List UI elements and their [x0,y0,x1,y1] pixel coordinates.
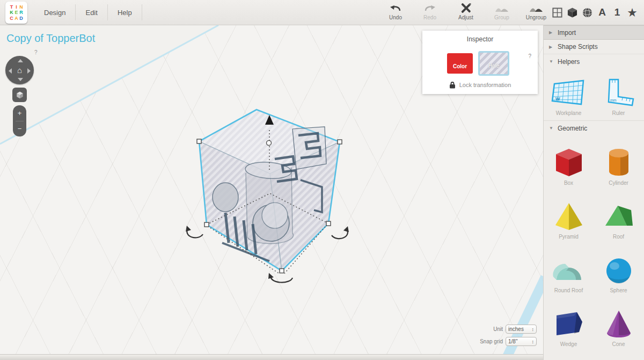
section-header-geometric[interactable]: ▼ Geometric [544,121,644,135]
menu-row: Design Edit Help [34,0,142,25]
svg-text:mm: mm [610,98,617,102]
logo-letter: R [19,10,24,15]
logo-letter: A [14,16,19,21]
adjust-icon [459,2,472,14]
inspector-help-glyph[interactable]: ? [528,53,531,59]
pattern-sphere-icon[interactable] [581,6,594,19]
shape-sphere[interactable]: Sphere [594,243,643,297]
wedge-shape-icon [552,307,586,340]
zoom-controls: + − [13,105,26,136]
cylinder-shape-icon [602,146,635,179]
shape-label: Round Roof [554,287,583,293]
logo-letter: N [19,4,24,10]
section-header-import[interactable]: ▶ Import [544,25,644,40]
shape-label: Cone [612,341,625,347]
shape-label: Sphere [610,287,627,293]
number-shapes-icon[interactable]: 1 [611,6,624,19]
cone-shape-icon [602,307,635,340]
home-view-icon[interactable]: ⌂ [17,65,22,74]
logo-letter: E [14,10,19,15]
favorites-star-icon[interactable]: ★ [626,6,639,19]
color-swatch-button[interactable]: Color [447,53,473,74]
solid-shapes-cube-icon[interactable] [566,6,579,19]
adjust-button[interactable]: Adjust [451,2,481,24]
helpers-shelf: W Workplane mm Ruler [544,69,644,118]
redo-label: Redo [423,15,436,20]
unit-select[interactable]: inches ↕ [506,325,537,334]
undo-label: Undo [389,15,402,20]
chevron-down-icon: ▼ [549,126,553,131]
tinkercad-logo[interactable]: T I N K E R C A D [5,2,27,24]
hole-swatch-button-selected[interactable]: Hole [478,51,509,76]
top-menubar: T I N K E R C A D Design Edit Help [0,0,644,25]
menu-edit[interactable]: Edit [76,0,107,25]
nav-help-glyph[interactable]: ? [34,49,38,55]
chevron-right-icon: ▶ [549,45,553,49]
fit-view-cube-icon [16,91,24,99]
lock-transformation-label: Lock transformation [459,82,511,88]
unit-value: inches [508,326,524,332]
section-header-shape-scripts[interactable]: ▶ Shape Scripts [544,40,644,54]
units-controls: Unit inches ↕ Snap grid 1/8" ↕ [459,325,537,349]
fit-view-button[interactable] [12,88,27,102]
group-icon [495,2,509,14]
select-caret-icon: ↕ [532,327,535,332]
shape-label: Roof [613,234,624,240]
rotate-left-arrow[interactable] [9,68,12,74]
shape-pyramid[interactable]: Pyramid [544,189,594,243]
design-title[interactable]: Copy of TopperBot [6,32,95,45]
geometric-shapes-grid: Box Cylinder Pyramid [544,135,644,350]
section-label: Import [558,29,576,37]
section-label: Shape Scripts [558,43,598,51]
shape-box[interactable]: Box [544,135,594,189]
shape-palette-tabs: A 1 ★ [548,0,641,25]
round-roof-shape-icon [552,253,586,286]
shape-cylinder[interactable]: Cylinder [594,135,643,189]
workplane-icon: W [551,77,587,109]
logo-letter: T [9,4,14,10]
shape-wedge[interactable]: Wedge [544,297,594,350]
view-navigation-pad[interactable]: ⌂ [5,56,34,84]
rotate-down-arrow[interactable] [18,78,23,81]
undo-button[interactable]: Undo [382,2,409,24]
redo-button[interactable]: Redo [416,2,443,24]
zoom-in-button[interactable]: + [13,105,26,121]
text-shapes-icon[interactable]: A [596,6,609,19]
logo-letter: D [19,16,24,21]
rotate-up-arrow[interactable] [18,59,23,62]
lock-transformation-row[interactable]: Lock transformation [422,81,538,89]
menu-design[interactable]: Design [34,0,75,25]
canvas-bottom-edge [0,354,543,360]
helper-workplane[interactable]: W Workplane [544,69,594,118]
ruler-icon: mm [602,77,635,109]
group-label: Group [494,15,509,20]
menu-separator [142,4,142,20]
menu-help[interactable]: Help [108,0,142,25]
shape-roof[interactable]: Roof [594,189,643,243]
lock-icon [449,81,456,89]
select-caret-icon: ↕ [532,339,535,344]
zoom-out-button[interactable]: − [13,121,26,137]
tinkercad-app: T I N K E R C A D Design Edit Help [0,0,644,360]
roof-shape-icon [602,199,635,233]
unit-label: Unit [493,326,503,332]
section-label: Geometric [558,125,587,132]
snap-grid-select[interactable]: 1/8" ↕ [506,337,537,346]
logo-letter: K [9,10,14,15]
svg-text:W: W [555,96,560,102]
edit-toolbar: Undo Redo A [382,2,550,24]
workplane-grid-icon[interactable] [551,6,564,19]
shape-cone[interactable]: Cone [594,297,643,350]
helper-ruler[interactable]: mm Ruler [594,69,643,118]
ungroup-button[interactable]: Ungroup [523,2,550,24]
shape-round-roof[interactable]: Round Roof [544,243,594,297]
sphere-shape-icon [602,253,635,286]
section-header-helpers[interactable]: ▼ Helpers [544,54,644,69]
rotate-right-arrow[interactable] [27,68,31,74]
group-button[interactable]: Group [488,2,515,24]
section-label: Helpers [558,58,580,66]
shape-label: Wedge [560,341,577,347]
ungroup-icon [529,2,543,14]
pyramid-shape-icon [552,199,586,233]
chevron-down-icon: ▼ [549,59,553,64]
